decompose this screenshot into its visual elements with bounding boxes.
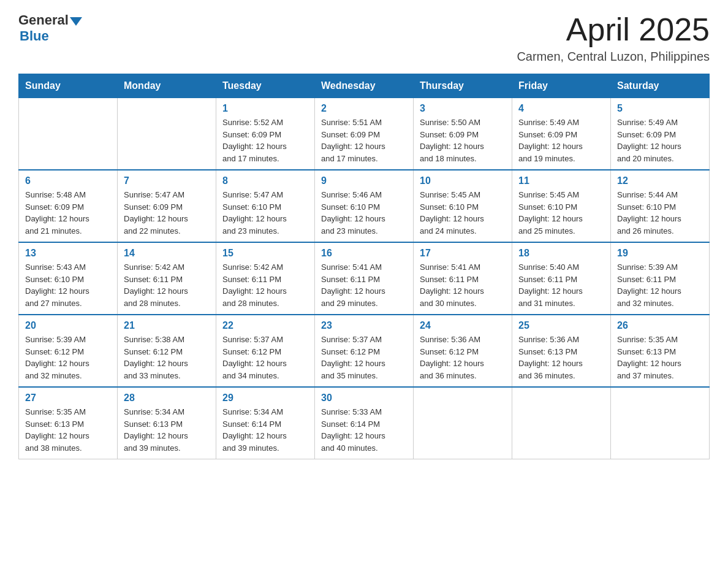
calendar-cell: 9Sunrise: 5:46 AM Sunset: 6:10 PM Daylig… [315,170,414,242]
day-number: 8 [222,175,308,186]
day-info: Sunrise: 5:36 AM Sunset: 6:12 PM Dayligh… [420,334,506,381]
day-number: 28 [124,393,210,404]
day-number: 3 [420,103,506,114]
day-info: Sunrise: 5:49 AM Sunset: 6:09 PM Dayligh… [518,117,604,164]
day-info: Sunrise: 5:40 AM Sunset: 6:11 PM Dayligh… [518,261,604,309]
day-info: Sunrise: 5:41 AM Sunset: 6:11 PM Dayligh… [420,261,506,309]
day-info: Sunrise: 5:35 AM Sunset: 6:13 PM Dayligh… [617,334,703,381]
day-number: 10 [420,175,506,186]
day-info: Sunrise: 5:38 AM Sunset: 6:12 PM Dayligh… [124,334,210,381]
day-number: 17 [420,248,506,259]
calendar-cell: 10Sunrise: 5:45 AM Sunset: 6:10 PM Dayli… [414,170,512,242]
calendar-cell: 14Sunrise: 5:42 AM Sunset: 6:11 PM Dayli… [118,242,216,315]
day-number: 2 [321,103,407,114]
day-info: Sunrise: 5:49 AM Sunset: 6:09 PM Dayligh… [617,117,703,164]
day-info: Sunrise: 5:42 AM Sunset: 6:11 PM Dayligh… [222,261,308,309]
day-info: Sunrise: 5:39 AM Sunset: 6:12 PM Dayligh… [25,334,111,381]
calendar-cell: 24Sunrise: 5:36 AM Sunset: 6:12 PM Dayli… [414,315,512,387]
day-info: Sunrise: 5:47 AM Sunset: 6:10 PM Dayligh… [222,189,308,237]
day-number: 21 [124,320,210,331]
calendar-cell: 25Sunrise: 5:36 AM Sunset: 6:13 PM Dayli… [512,315,611,387]
calendar-cell: 13Sunrise: 5:43 AM Sunset: 6:10 PM Dayli… [19,242,118,315]
day-info: Sunrise: 5:44 AM Sunset: 6:10 PM Dayligh… [617,189,703,237]
calendar-cell: 29Sunrise: 5:34 AM Sunset: 6:14 PM Dayli… [216,387,315,459]
calendar-cell: 4Sunrise: 5:49 AM Sunset: 6:09 PM Daylig… [512,98,611,170]
week-row-2: 6Sunrise: 5:48 AM Sunset: 6:09 PM Daylig… [19,170,710,242]
calendar-cell: 5Sunrise: 5:49 AM Sunset: 6:09 PM Daylig… [611,98,710,170]
calendar-cell [19,98,118,170]
day-number: 24 [420,320,506,331]
calendar-cell: 22Sunrise: 5:37 AM Sunset: 6:12 PM Dayli… [216,315,315,387]
day-info: Sunrise: 5:34 AM Sunset: 6:13 PM Dayligh… [124,406,210,454]
week-row-3: 13Sunrise: 5:43 AM Sunset: 6:10 PM Dayli… [19,242,710,315]
calendar-cell: 7Sunrise: 5:47 AM Sunset: 6:09 PM Daylig… [118,170,216,242]
day-number: 18 [518,248,604,259]
calendar-cell: 16Sunrise: 5:41 AM Sunset: 6:11 PM Dayli… [315,242,414,315]
day-info: Sunrise: 5:34 AM Sunset: 6:14 PM Dayligh… [222,406,308,454]
weekday-header-friday: Friday [512,74,611,98]
day-number: 19 [617,248,703,259]
week-row-4: 20Sunrise: 5:39 AM Sunset: 6:12 PM Dayli… [19,315,710,387]
day-info: Sunrise: 5:52 AM Sunset: 6:09 PM Dayligh… [222,117,308,164]
logo: General Blue [18,12,82,44]
day-number: 23 [321,320,407,331]
day-number: 15 [222,248,308,259]
calendar-cell: 8Sunrise: 5:47 AM Sunset: 6:10 PM Daylig… [216,170,315,242]
day-number: 29 [222,393,308,404]
day-number: 11 [518,175,604,186]
day-number: 16 [321,248,407,259]
day-number: 13 [25,248,111,259]
location-subtitle: Carmen, Central Luzon, Philippines [517,50,710,64]
calendar-cell: 15Sunrise: 5:42 AM Sunset: 6:11 PM Dayli… [216,242,315,315]
logo-general-text: General [18,12,69,28]
day-number: 4 [518,103,604,114]
weekday-header-sunday: Sunday [19,74,118,98]
calendar-cell: 26Sunrise: 5:35 AM Sunset: 6:13 PM Dayli… [611,315,710,387]
calendar-cell [611,387,710,459]
calendar-cell: 20Sunrise: 5:39 AM Sunset: 6:12 PM Dayli… [19,315,118,387]
day-number: 27 [25,393,111,404]
day-info: Sunrise: 5:37 AM Sunset: 6:12 PM Dayligh… [321,334,407,381]
day-info: Sunrise: 5:36 AM Sunset: 6:13 PM Dayligh… [518,334,604,381]
calendar-cell: 1Sunrise: 5:52 AM Sunset: 6:09 PM Daylig… [216,98,315,170]
calendar-table: SundayMondayTuesdayWednesdayThursdayFrid… [18,74,710,459]
day-info: Sunrise: 5:45 AM Sunset: 6:10 PM Dayligh… [420,189,506,237]
day-number: 7 [124,175,210,186]
calendar-cell: 12Sunrise: 5:44 AM Sunset: 6:10 PM Dayli… [611,170,710,242]
calendar-cell: 18Sunrise: 5:40 AM Sunset: 6:11 PM Dayli… [512,242,611,315]
calendar-cell [414,387,512,459]
day-info: Sunrise: 5:51 AM Sunset: 6:09 PM Dayligh… [321,117,407,164]
calendar-cell: 2Sunrise: 5:51 AM Sunset: 6:09 PM Daylig… [315,98,414,170]
weekday-header-thursday: Thursday [414,74,512,98]
calendar-cell: 21Sunrise: 5:38 AM Sunset: 6:12 PM Dayli… [118,315,216,387]
calendar-cell: 3Sunrise: 5:50 AM Sunset: 6:09 PM Daylig… [414,98,512,170]
day-number: 14 [124,248,210,259]
logo-blue-text: Blue [20,28,82,44]
calendar-cell: 19Sunrise: 5:39 AM Sunset: 6:11 PM Dayli… [611,242,710,315]
day-number: 6 [25,175,111,186]
day-info: Sunrise: 5:39 AM Sunset: 6:11 PM Dayligh… [617,261,703,309]
day-info: Sunrise: 5:46 AM Sunset: 6:10 PM Dayligh… [321,189,407,237]
day-info: Sunrise: 5:41 AM Sunset: 6:11 PM Dayligh… [321,261,407,309]
day-number: 26 [617,320,703,331]
day-number: 25 [518,320,604,331]
week-row-1: 1Sunrise: 5:52 AM Sunset: 6:09 PM Daylig… [19,98,710,170]
calendar-cell [512,387,611,459]
day-number: 5 [617,103,703,114]
calendar-cell: 30Sunrise: 5:33 AM Sunset: 6:14 PM Dayli… [315,387,414,459]
day-info: Sunrise: 5:48 AM Sunset: 6:09 PM Dayligh… [25,189,111,237]
page-header: General Blue April 2025 Carmen, Central … [18,12,710,64]
day-info: Sunrise: 5:45 AM Sunset: 6:10 PM Dayligh… [518,189,604,237]
day-info: Sunrise: 5:37 AM Sunset: 6:12 PM Dayligh… [222,334,308,381]
calendar-cell: 28Sunrise: 5:34 AM Sunset: 6:13 PM Dayli… [118,387,216,459]
day-info: Sunrise: 5:47 AM Sunset: 6:09 PM Dayligh… [124,189,210,237]
weekday-header-wednesday: Wednesday [315,74,414,98]
day-info: Sunrise: 5:42 AM Sunset: 6:11 PM Dayligh… [124,261,210,309]
weekday-header-monday: Monday [118,74,216,98]
weekday-header-tuesday: Tuesday [216,74,315,98]
day-info: Sunrise: 5:35 AM Sunset: 6:13 PM Dayligh… [25,406,111,454]
calendar-cell: 6Sunrise: 5:48 AM Sunset: 6:09 PM Daylig… [19,170,118,242]
month-year-title: April 2025 [517,12,710,47]
calendar-cell: 27Sunrise: 5:35 AM Sunset: 6:13 PM Dayli… [19,387,118,459]
day-info: Sunrise: 5:50 AM Sunset: 6:09 PM Dayligh… [420,117,506,164]
